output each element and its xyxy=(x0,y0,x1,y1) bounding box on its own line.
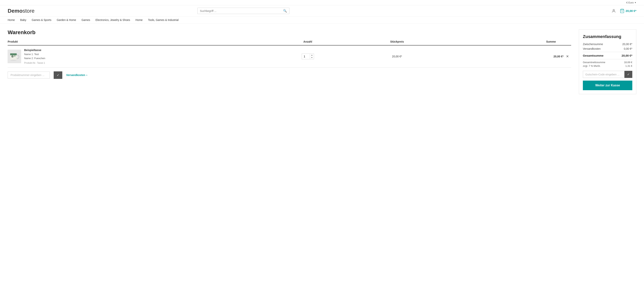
tax-value: 1,31 € xyxy=(626,65,632,67)
cart-table: Produkt Anzahl Stückpreis Summe xyxy=(8,40,571,68)
logo[interactable]: Demostore xyxy=(8,8,34,14)
product-info: Beispieltasse Name 1: Test Name 2: Fuexc… xyxy=(24,49,45,64)
shipping-costs-link[interactable]: Versandkosten › xyxy=(66,74,87,77)
attr1-value: Test xyxy=(34,53,39,56)
attr1-label: Name 1: xyxy=(24,53,34,56)
quantity-input[interactable] xyxy=(302,54,310,59)
shipping-label-sum: Versandkosten xyxy=(583,47,601,50)
quantity-increment-button[interactable]: ▲ xyxy=(310,54,314,56)
header-actions: 20,00 €* xyxy=(612,9,636,13)
total-label: Gesamtsumme xyxy=(583,54,604,57)
cart-button[interactable]: 20,00 €* xyxy=(620,9,636,13)
add-by-number-button[interactable]: ✓ xyxy=(54,71,62,79)
nav-item-electronics[interactable]: Electronics, Jewelry & Shoes xyxy=(96,19,130,22)
quantity-wrapper: ▲ ▼ xyxy=(302,54,314,59)
quantity-cell: ▲ ▼ xyxy=(266,45,350,67)
cart-section: Warenkorb Produkt Anzahl Stückpreis Summ… xyxy=(8,29,571,79)
coupon-row: ✓ xyxy=(583,71,632,78)
col-header-summe: Summe xyxy=(444,40,564,45)
table-row: Beispieltasse Name 1: Test Name 2: Fuexc… xyxy=(8,45,571,67)
svg-point-5 xyxy=(11,55,14,58)
col-header-produkt: Produkt xyxy=(8,40,266,45)
product-name: Beispieltasse xyxy=(24,49,45,52)
sum-cell: 20,00 €* xyxy=(444,45,564,67)
shipping-value-sum: 0,00 €* xyxy=(624,47,632,50)
col-header-remove xyxy=(564,40,571,45)
search-bar-container: 🔍 xyxy=(198,8,290,14)
main-nav: Home Baby Games & Sports Garden & Home G… xyxy=(0,17,644,24)
search-icon[interactable]: 🔍 xyxy=(283,9,287,13)
summary-title: Zusammenfassung xyxy=(583,34,632,39)
nav-item-garden-home[interactable]: Garden & Home xyxy=(57,19,76,22)
col-header-stuckpreis: Stückpreis xyxy=(350,40,444,45)
attr2-value: Fuexchen xyxy=(34,57,45,60)
product-cell: Beispieltasse Name 1: Test Name 2: Fuexc… xyxy=(8,49,266,64)
net-label: Gesamtnettosumme xyxy=(583,61,605,64)
attr2-label: Name 2: xyxy=(24,57,34,60)
quantity-decrement-button[interactable]: ▼ xyxy=(310,56,314,59)
nav-item-games[interactable]: Games xyxy=(82,19,90,22)
coupon-input[interactable] xyxy=(583,71,624,78)
currency-selector[interactable]: € Euro ▼ xyxy=(626,1,636,4)
subtotal-value: 20,00 €* xyxy=(622,43,632,46)
nav-item-tools[interactable]: Tools, Games & Industrial xyxy=(148,19,179,22)
cart-bottom: ✓ Versandkosten › xyxy=(8,71,571,79)
svg-point-0 xyxy=(613,10,614,11)
product-attr1: Name 1: Test xyxy=(24,52,45,56)
summary-row-subtotal: Zwischensumme 20,00 €* xyxy=(583,43,632,46)
checkout-button[interactable]: Weiter zur Kasse xyxy=(583,81,632,90)
cart-price: 20,00 €* xyxy=(626,9,636,13)
svg-point-4 xyxy=(10,60,17,61)
shipping-label: Versandkosten xyxy=(66,74,85,77)
product-image-svg xyxy=(8,51,20,62)
quantity-spinners: ▲ ▼ xyxy=(310,54,314,59)
product-number: Produkt-Nr.: Tasse-1 xyxy=(24,62,45,64)
summary-row-shipping: Versandkosten 0,00 €* xyxy=(583,47,632,50)
product-number-input[interactable] xyxy=(8,72,50,79)
main-content: Warenkorb Produkt Anzahl Stückpreis Summ… xyxy=(0,24,644,100)
header: Demostore 🔍 20,00 €* xyxy=(0,5,644,17)
product-nr-label: Produkt-Nr.: xyxy=(24,62,36,64)
nav-item-games-sports[interactable]: Games & Sports xyxy=(32,19,51,22)
summary-sidebar: Zusammenfassung Zwischensumme 20,00 €* V… xyxy=(579,29,636,94)
nav-item-baby[interactable]: Baby xyxy=(20,19,26,22)
logo-bold: Demo xyxy=(8,8,22,14)
tax-label: zzgl. 7 % MwSt. xyxy=(583,65,600,67)
subtotal-label: Zwischensumme xyxy=(583,43,603,46)
user-account-button[interactable] xyxy=(612,9,616,13)
total-value: 20,00 €* xyxy=(622,54,632,57)
remove-cell: ✕ xyxy=(564,45,571,67)
currency-label: € Euro xyxy=(626,1,634,4)
product-image xyxy=(8,50,21,63)
summary-row-total: Gesamtsumme 20,00 €* xyxy=(583,52,632,59)
product-nr-value: Tasse-1 xyxy=(37,62,45,64)
svg-rect-3 xyxy=(10,53,17,55)
top-bar: € Euro ▼ xyxy=(0,0,644,5)
product-attr2: Name 2: Fuexchen xyxy=(24,56,45,61)
col-header-anzahl: Anzahl xyxy=(266,40,350,45)
summary-row-net: Gesamtnettosumme 18,69 € xyxy=(583,61,632,64)
net-value: 18,69 € xyxy=(624,61,632,64)
remove-item-button[interactable]: ✕ xyxy=(566,55,569,58)
nav-item-home[interactable]: Home xyxy=(8,19,15,22)
cart-title: Warenkorb xyxy=(8,29,571,36)
unit-price-cell: 20,00 €* xyxy=(350,45,444,67)
coupon-apply-button[interactable]: ✓ xyxy=(624,71,632,78)
summary-row-tax: zzgl. 7 % MwSt. 1,31 € xyxy=(583,65,632,67)
shipping-arrow-icon: › xyxy=(86,74,88,77)
search-input[interactable] xyxy=(200,10,283,13)
logo-light: store xyxy=(22,8,34,14)
chevron-down-icon: ▼ xyxy=(634,2,636,4)
nav-item-home2[interactable]: Home xyxy=(136,19,142,22)
svg-point-6 xyxy=(14,55,16,57)
